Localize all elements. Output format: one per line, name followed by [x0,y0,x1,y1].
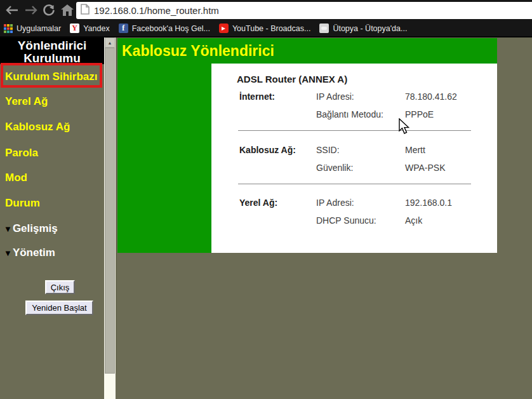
url-text[interactable]: 192.168.0.1/home_router.htm [94,5,219,16]
header-side-block [117,64,211,253]
apps-grid-icon [4,24,13,33]
sidebar-item-durum[interactable]: Durum [5,197,40,210]
restart-button[interactable]: Yeniden Başlat [25,301,93,315]
bookmark-youtube[interactable]: YouTube - Broadcas... [219,24,310,33]
status-row: Kablosuz Ağ: SSID: Mertt [211,145,497,156]
scrollbar-thumb[interactable] [105,48,115,374]
chevron-down-icon: ▼ [4,248,12,258]
sidebar-item-parola[interactable]: Parola [5,147,38,159]
home-icon[interactable] [60,3,74,17]
sidebar-item-mod[interactable]: Mod [5,172,27,184]
section-name: İnternet: [239,91,275,102]
bookmark-uygulamalar[interactable]: Uygulamalar [4,24,61,33]
page-title: Kablosuz Yönlendirici [117,38,497,60]
navigation-row: 192.168.0.1/home_router.htm [0,0,532,20]
page-header: Kablosuz Yönlendirici [117,38,497,64]
highlight-annotation-box [1,63,102,88]
logout-button[interactable]: Çıkış [45,280,75,294]
sidebar-scrollbar[interactable]: ▲ [104,37,116,399]
status-row: Yerel Ağ: IP Adresi: 192.168.0.1 [211,198,497,209]
back-icon[interactable] [5,3,19,17]
section-divider [238,184,471,184]
field-label: IP Adresi: [316,91,354,102]
field-value: Mertt [405,145,425,155]
field-value: 192.168.0.1 [405,198,452,208]
browser-window: 192.168.0.1/home_router.htm Uygulamalar … [0,0,532,399]
field-label: Bağlantı Metodu: [316,109,383,119]
section-name: Kablosuz Ağ: [239,145,296,155]
sidebar-title-line1: Yönlendirici [0,39,104,52]
sidebar-item-kablosuz-ag[interactable]: Kablosuz Ağ [5,121,70,133]
bookmark-utopya[interactable]: Ütopya - Ütopya'da... [319,24,407,33]
chevron-down-icon: ▼ [4,224,12,234]
scrollbar-up-arrow-icon[interactable]: ▲ [105,37,115,48]
field-label: IP Adresi: [316,198,354,208]
field-value: Açık [405,215,422,226]
youtube-icon [219,24,229,33]
sidebar: Yönlendirici Kurulumu Kurulum Sihirbazı … [0,37,104,399]
page-icon [81,4,90,17]
utopya-icon [319,24,329,33]
bookmarks-bar: Uygulamalar Y Yandex f Facebook'a Hoş Ge… [0,20,532,36]
section-name: Yerel Ağ: [239,198,277,208]
sidebar-item-yerel-ag[interactable]: Yerel Ağ [5,95,48,108]
refresh-icon[interactable] [42,3,56,17]
field-label: SSID: [316,145,340,155]
device-name: ADSL Router (ANNEX A) [237,74,347,85]
field-value: 78.180.41.62 [405,91,457,102]
browser-chrome: 192.168.0.1/home_router.htm Uygulamalar … [0,0,532,37]
facebook-icon: f [119,24,128,33]
field-label: Güvenlik: [316,163,353,173]
sidebar-item-gelismis[interactable]: ▼Gelişmiş [4,222,58,235]
sidebar-title: Yönlendirici Kurulumu [0,37,104,64]
status-panel: ADSL Router (ANNEX A) İnternet: IP Adres… [211,64,497,253]
status-row: Bağlantı Metodu: PPPoE [211,109,497,121]
status-row: Güvenlik: WPA-PSK [211,163,497,174]
content-frame: Kablosuz Yönlendirici ADSL Router (ANNEX… [116,37,532,399]
status-row: İnternet: IP Adresi: 78.180.41.62 [211,91,497,103]
status-row: DHCP Sunucu: Açık [211,215,497,227]
sidebar-item-yonetim[interactable]: ▼Yönetim [4,247,55,259]
yandex-icon: Y [70,24,79,33]
section-divider [238,130,471,131]
forward-icon[interactable] [24,3,38,17]
field-label: DHCP Sunucu: [316,215,376,226]
field-value: WPA-PSK [405,163,446,173]
mouse-cursor-icon [399,118,411,137]
bookmark-facebook[interactable]: f Facebook'a Hoş Gel... [119,24,210,33]
address-bar[interactable]: 192.168.0.1/home_router.htm [76,2,532,19]
bookmark-yandex[interactable]: Y Yandex [70,24,109,33]
